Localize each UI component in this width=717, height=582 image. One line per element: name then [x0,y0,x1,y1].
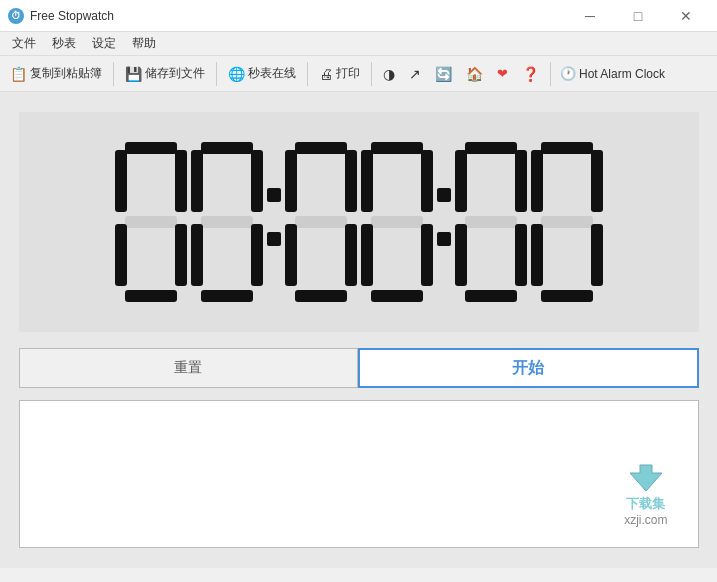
seg-0-top [125,142,177,154]
stopwatch-display [19,112,699,332]
seg-3-tr [421,150,433,212]
seg-2-bot [295,290,347,302]
hot-alarm-clock-label: 🕐 Hot Alarm Clock [556,66,669,81]
seg-3-bot [371,290,423,302]
seg-1-br [251,224,263,286]
colon-dot-top [267,188,281,202]
watermark: 下载集 xzji.com [624,463,667,527]
reset-button[interactable]: 重置 [19,348,358,388]
heart-button[interactable]: ❤ [491,63,514,84]
seg-5-top [541,142,593,154]
digit-5 [531,142,603,302]
seg-3-tl [361,150,373,212]
seg-1-bl [191,224,203,286]
minimize-button[interactable]: ─ [567,0,613,32]
lap-area: 下载集 xzji.com [19,400,699,548]
seg-2-tl [285,150,297,212]
home-icon: 🏠 [466,66,483,82]
seg-3-br [421,224,433,286]
seg-5-bl [531,224,543,286]
button-row: 重置 开始 [19,348,699,388]
svg-marker-0 [630,465,662,491]
seg-2-top [295,142,347,154]
maximize-button[interactable]: □ [615,0,661,32]
close-button[interactable]: ✕ [663,0,709,32]
watermark-icon-row [626,463,666,495]
colon-separator [267,188,281,256]
seg-2-bl [285,224,297,286]
globe-icon: 🌐 [228,66,245,82]
digit-2 [285,142,357,302]
main-area: 重置 开始 下载集 xzji.com [0,92,717,568]
dot-separator [437,188,451,256]
watermark-label: 下载集 [626,495,665,513]
seg-0-bl [115,224,127,286]
copy-clipboard-button[interactable]: 📋 复制到粘贴簿 [4,62,108,85]
toolbar-separator-2 [216,62,217,86]
seg-1-tl [191,150,203,212]
download-icon [626,463,666,495]
seg-2-mid [295,216,347,228]
title-bar: ⏱ Free Stopwatch ─ □ ✕ [0,0,717,32]
refresh-icon: 🔄 [435,66,452,82]
half-circle-button[interactable]: ◑ [377,63,401,85]
question-icon: ❓ [522,66,539,82]
expand-button[interactable]: ↗ [403,63,427,85]
dot-sep-dot2 [437,232,451,246]
seg-2-br [345,224,357,286]
seg-4-tl [455,150,467,212]
seg-5-mid [541,216,593,228]
digit-3 [361,142,433,302]
seg-1-bot [201,290,253,302]
seg-4-br [515,224,527,286]
seg-4-top [465,142,517,154]
seg-1-mid [201,216,253,228]
seg-0-br [175,224,187,286]
toolbar-separator-3 [307,62,308,86]
dot-sep-dot [437,188,451,202]
toolbar: 📋 复制到粘贴簿 💾 储存到文件 🌐 秒表在线 🖨 打印 ◑ ↗ 🔄 🏠 ❤ ❓… [0,56,717,92]
print-button[interactable]: 🖨 打印 [313,62,366,85]
seg-3-top [371,142,423,154]
seg-4-mid [465,216,517,228]
menu-stopwatch[interactable]: 秒表 [44,33,84,54]
half-circle-icon: ◑ [383,66,395,82]
save-label: 储存到文件 [145,65,205,82]
window-controls: ─ □ ✕ [567,0,709,32]
stopwatch-online-button[interactable]: 🌐 秒表在线 [222,62,302,85]
seg-0-tr [175,150,187,212]
refresh-button[interactable]: 🔄 [429,63,458,85]
save-file-button[interactable]: 💾 储存到文件 [119,62,211,85]
seg-4-bl [455,224,467,286]
title-bar-left: ⏱ Free Stopwatch [8,8,114,24]
colon-dot-bottom [267,232,281,246]
copy-label: 复制到粘贴簿 [30,65,102,82]
start-button[interactable]: 开始 [358,348,699,388]
seg-5-tr [591,150,603,212]
help-button[interactable]: ❓ [516,63,545,85]
seg-5-tl [531,150,543,212]
seg-3-bl [361,224,373,286]
home-button[interactable]: 🏠 [460,63,489,85]
clock-icon: 🕐 [560,66,576,81]
digit-1 [191,142,263,302]
seg-1-tr [251,150,263,212]
menu-help[interactable]: 帮助 [124,33,164,54]
seg-5-bot [541,290,593,302]
menu-file[interactable]: 文件 [4,33,44,54]
seg-0-mid [125,216,177,228]
copy-icon: 📋 [10,66,27,82]
seg-5-br [591,224,603,286]
seg-1-top [201,142,253,154]
heart-icon: ❤ [497,66,508,81]
toolbar-separator-1 [113,62,114,86]
watermark-site: xzji.com [624,513,667,527]
seg-2-tr [345,150,357,212]
digit-display [115,142,603,302]
toolbar-separator-5 [550,62,551,86]
toolbar-separator-4 [371,62,372,86]
menu-settings[interactable]: 设定 [84,33,124,54]
app-title: Free Stopwatch [30,9,114,23]
seg-4-tr [515,150,527,212]
seg-0-bot [125,290,177,302]
